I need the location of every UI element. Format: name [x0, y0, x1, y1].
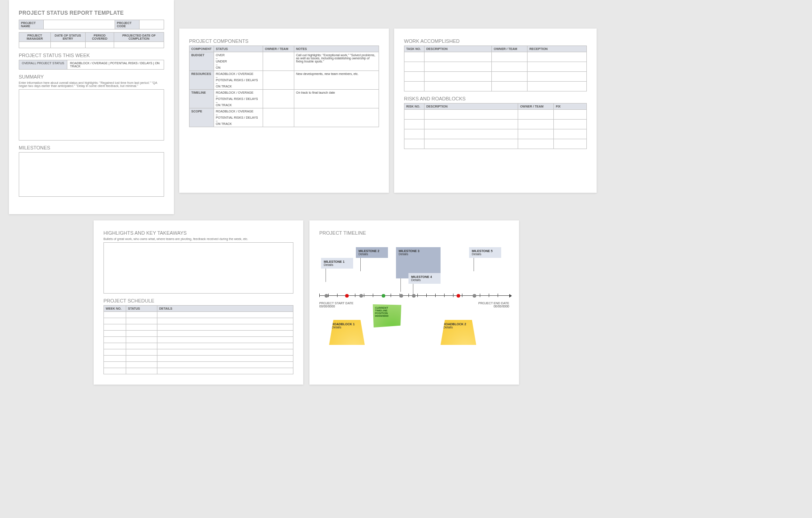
page-title: PROJECT STATUS REPORT TEMPLATE — [19, 10, 164, 16]
page-project-status: PROJECT STATUS REPORT TEMPLATE PROJECT N… — [9, 0, 174, 18]
